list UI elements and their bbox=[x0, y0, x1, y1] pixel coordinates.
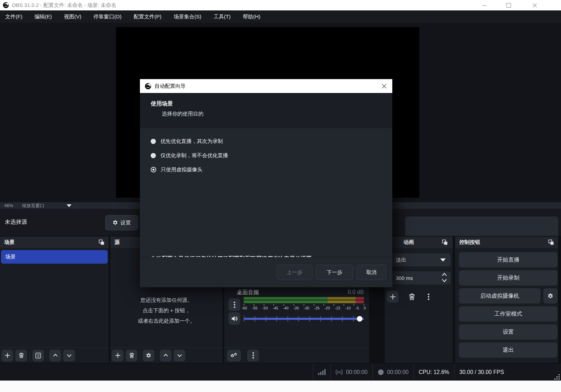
no-source-label: 未选择源 bbox=[5, 219, 27, 226]
mixer-channel-level: 0.0 dB bbox=[348, 289, 364, 296]
zoom-percent: 46% bbox=[0, 202, 17, 209]
exit-button[interactable]: 退出 bbox=[459, 342, 558, 358]
mixer-channel-menu-button[interactable] bbox=[228, 298, 240, 311]
radio-icon bbox=[151, 139, 156, 144]
mute-speaker-button[interactable] bbox=[228, 312, 240, 325]
transition-menu-icon[interactable] bbox=[428, 293, 429, 300]
remove-scene-button[interactable] bbox=[15, 350, 27, 361]
popout-icon[interactable] bbox=[548, 239, 554, 245]
menu-docks[interactable]: 停靠窗口(D) bbox=[89, 10, 126, 23]
radio-selected-icon bbox=[151, 167, 156, 172]
menu-file[interactable]: 文件(F) bbox=[1, 10, 27, 23]
resize-grip[interactable] bbox=[554, 374, 560, 380]
dialog-titlebar: 自动配置向导 bbox=[140, 79, 392, 93]
add-transition-button[interactable] bbox=[387, 291, 399, 302]
window-title: OBS 31.0.2 - 配置文件: 未命名 - 场景: 未命名 bbox=[12, 2, 116, 9]
add-source-button[interactable] bbox=[112, 350, 124, 361]
transitions-dock-header: 动画 bbox=[385, 237, 453, 248]
close-button[interactable] bbox=[527, 0, 543, 10]
scenes-toolbar bbox=[0, 348, 109, 363]
broadcast-icon bbox=[336, 369, 343, 375]
scenes-dock-title: 场景 bbox=[4, 239, 15, 246]
menu-edit[interactable]: 编辑(E) bbox=[30, 10, 56, 23]
radio-icon bbox=[151, 153, 156, 158]
desktop-strip bbox=[0, 381, 561, 392]
controls-dock-header: 控制按钮 bbox=[455, 237, 558, 248]
settings-button[interactable]: 设置 bbox=[459, 324, 558, 340]
menu-help[interactable]: 帮助(H) bbox=[238, 10, 265, 23]
gear-icon bbox=[112, 220, 118, 225]
move-scene-up-button[interactable] bbox=[49, 350, 61, 361]
move-source-down-button[interactable] bbox=[174, 350, 185, 361]
scene-filters-button[interactable] bbox=[32, 350, 44, 361]
remove-source-button[interactable] bbox=[126, 350, 137, 361]
chevron-down-icon bbox=[440, 258, 446, 262]
volume-meter bbox=[244, 297, 364, 306]
mixer-channel-row: 桌面音频 0.0 dB bbox=[237, 289, 364, 296]
back-button[interactable]: 上一步 bbox=[277, 265, 312, 280]
popout-icon[interactable] bbox=[99, 239, 104, 245]
transition-duration-spinner[interactable]: 300 ms bbox=[387, 271, 451, 284]
radio-option-recording[interactable]: 仅优化录制，将不会优化直播 bbox=[151, 152, 382, 159]
start-recording-button[interactable]: 开始录制 bbox=[459, 270, 558, 286]
minimize-button[interactable] bbox=[476, 0, 492, 10]
radio-option-streaming[interactable]: 优先优化直播，其次为录制 bbox=[151, 137, 382, 145]
record-timer: 00:00:00 bbox=[373, 364, 413, 381]
advanced-audio-properties-button[interactable] bbox=[227, 350, 241, 361]
status-bar: 00:00:00 00:00:00 CPU: 12.6% 30.00 / 30.… bbox=[0, 364, 561, 381]
obs-logo-icon bbox=[3, 2, 9, 8]
add-scene-button[interactable] bbox=[1, 350, 13, 361]
radio-option-virtual-camera[interactable]: 只使用虚拟摄像头 bbox=[151, 166, 382, 173]
auto-config-wizard-dialog: 自动配置向导 使用场景 选择你的使用目的 优先优化直播，其次为录制 仅优化录制，… bbox=[140, 79, 392, 287]
sources-toolbar bbox=[110, 348, 223, 363]
wizard-footer: 上一步 下一步 取消 bbox=[140, 257, 392, 287]
menu-profile[interactable]: 配置文件(P) bbox=[129, 10, 166, 23]
start-virtual-camera-button[interactable]: 启动虚拟摄像机 bbox=[459, 288, 541, 304]
obs-logo-icon bbox=[145, 83, 151, 90]
menu-view[interactable]: 视图(V) bbox=[59, 10, 86, 23]
maximize-button[interactable] bbox=[501, 0, 517, 10]
dialog-title: 自动配置向导 bbox=[154, 83, 186, 90]
zoom-mode-select[interactable]: 缩放至窗口 bbox=[18, 202, 76, 209]
mixer-menu-button[interactable] bbox=[247, 350, 259, 361]
spin-down-icon[interactable] bbox=[441, 278, 448, 283]
wizard-step-title: 使用场景 bbox=[151, 100, 382, 108]
scene-transitions-dock: 动画 淡出 300 ms bbox=[385, 237, 453, 363]
wizard-step-header: 使用场景 选择你的使用目的 bbox=[140, 93, 392, 128]
window-titlebar: OBS 31.0.2 - 配置文件: 未命名 - 场景: 未命名 bbox=[0, 0, 561, 10]
fps-indicator: 30.00 / 30.00 FPS bbox=[454, 364, 509, 381]
network-status bbox=[313, 364, 330, 381]
menu-tools[interactable]: 工具(T) bbox=[209, 10, 235, 23]
scene-list-item-selected[interactable]: 场景 bbox=[1, 250, 108, 264]
start-streaming-button[interactable]: 开始直播 bbox=[459, 252, 558, 267]
virtual-camera-config-button[interactable] bbox=[543, 288, 558, 304]
source-properties-toolbar-button[interactable] bbox=[143, 350, 154, 361]
mixer-toolbar bbox=[224, 348, 369, 363]
volume-slider-handle[interactable] bbox=[357, 316, 362, 322]
spin-up-icon[interactable] bbox=[441, 272, 448, 277]
next-button[interactable]: 下一步 bbox=[316, 265, 353, 280]
wizard-body: 优先优化直播，其次为录制 仅优化录制，将不会优化直播 只使用虚拟摄像头 自动配置… bbox=[140, 128, 392, 257]
sources-dock-title: 源 bbox=[115, 239, 120, 246]
volume-slider[interactable] bbox=[244, 316, 364, 322]
remove-transition-icon[interactable] bbox=[408, 293, 416, 301]
source-properties-button[interactable]: 设置 bbox=[105, 215, 138, 230]
menu-bar: 文件(F) 编辑(E) 视图(V) 停靠窗口(D) 配置文件(P) 场景集合(S… bbox=[0, 10, 561, 23]
cpu-usage: CPU: 12.6% bbox=[414, 364, 454, 381]
cancel-button[interactable]: 取消 bbox=[357, 265, 386, 280]
move-scene-down-button[interactable] bbox=[63, 350, 75, 361]
transition-select[interactable]: 淡出 bbox=[387, 253, 451, 266]
record-icon bbox=[378, 369, 384, 375]
volume-meter-scale: -60 -55 -50 -45 -40 -35 -30 -25 -20 -15 … bbox=[242, 306, 366, 310]
move-source-up-button[interactable] bbox=[160, 350, 171, 361]
controls-dock-title: 控制按钮 bbox=[459, 239, 480, 246]
menu-scene-collection[interactable]: 场景集合(S) bbox=[169, 10, 206, 23]
stream-timer: 00:00:00 bbox=[331, 364, 372, 381]
sources-empty-hint: 您还没有添加任何源。 点击下面的 + 按钮， 或者右击此处添加一个。 bbox=[110, 295, 223, 326]
studio-mode-button[interactable]: 工作室模式 bbox=[459, 306, 558, 322]
mixer-channel-name: 桌面音频 bbox=[237, 289, 259, 296]
controls-dock: 控制按钮 开始直播 开始录制 启动虚拟摄像机 工作室模式 设置 退出 bbox=[455, 237, 558, 363]
popout-icon[interactable] bbox=[442, 239, 448, 245]
dialog-close-button[interactable] bbox=[380, 82, 388, 90]
transitions-dock-title: 动画 bbox=[403, 239, 414, 246]
